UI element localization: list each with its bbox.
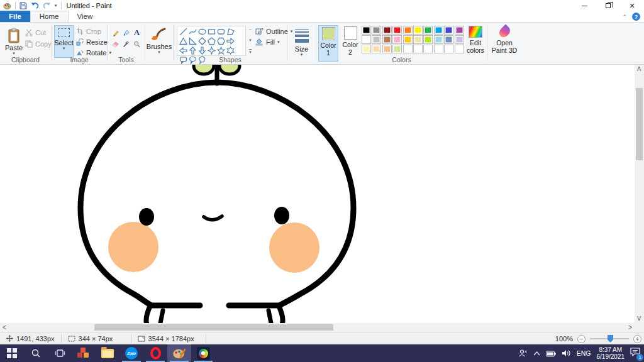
- shape-polygon[interactable]: [226, 27, 235, 36]
- redo-icon[interactable]: [43, 2, 51, 9]
- pencil-tool-button[interactable]: [112, 28, 119, 37]
- palette-swatch[interactable]: [392, 35, 402, 44]
- palette-swatch[interactable]: [423, 35, 433, 44]
- scroll-right-icon[interactable]: ᐳ: [626, 323, 635, 332]
- tab-view[interactable]: View: [69, 11, 102, 22]
- palette-swatch[interactable]: [455, 45, 464, 53]
- shapes-row-down-icon[interactable]: ▾: [249, 38, 252, 43]
- color-picker-tool-button[interactable]: [123, 40, 130, 48]
- palette-swatch[interactable]: [413, 45, 423, 53]
- palette-swatch[interactable]: [444, 26, 453, 35]
- palette-swatch[interactable]: [372, 35, 381, 44]
- shape-curve[interactable]: [188, 27, 197, 36]
- palette-swatch[interactable]: [444, 35, 453, 44]
- cut-button[interactable]: Cut: [25, 28, 52, 37]
- shape-right-triangle[interactable]: [188, 36, 197, 46]
- undo-icon[interactable]: [31, 2, 39, 9]
- fill-tool-button[interactable]: [123, 28, 130, 37]
- palette-swatch[interactable]: [403, 45, 413, 53]
- palette-swatch[interactable]: [392, 26, 402, 35]
- scroll-left-icon[interactable]: ᐸ: [0, 323, 9, 332]
- battery-icon[interactable]: [546, 350, 556, 357]
- palette-swatch[interactable]: [382, 26, 392, 35]
- horizontal-scrollbar[interactable]: ᐸ ᐳ: [0, 323, 635, 332]
- eraser-tool-button[interactable]: [112, 40, 119, 48]
- vertical-scrollbar[interactable]: ᐱ ᐯ: [635, 65, 644, 323]
- palette-swatch[interactable]: [434, 45, 443, 53]
- qat-dropdown-icon[interactable]: ▾: [55, 3, 57, 8]
- tab-home[interactable]: Home: [30, 11, 69, 22]
- taskbar-file-explorer-button[interactable]: [96, 344, 119, 362]
- zoom-in-button[interactable]: +: [633, 335, 641, 343]
- shape-line[interactable]: [179, 27, 188, 36]
- select-button[interactable]: Select ▾: [54, 25, 74, 58]
- taskbar-opera-button[interactable]: [143, 344, 167, 362]
- start-button[interactable]: [0, 344, 24, 362]
- language-indicator[interactable]: ENG: [577, 349, 591, 357]
- palette-swatch[interactable]: [413, 35, 423, 44]
- shapes-row-up-icon[interactable]: –: [249, 27, 252, 31]
- zoom-slider-thumb[interactable]: [608, 335, 613, 343]
- palette-swatch[interactable]: [382, 35, 392, 44]
- help-icon[interactable]: ?: [632, 13, 640, 21]
- shape-pentagon[interactable]: [207, 36, 216, 46]
- clock[interactable]: 8:37 AM 6/19/2021: [597, 346, 625, 360]
- taskbar-paint-button[interactable]: [167, 344, 191, 362]
- palette-swatch[interactable]: [434, 35, 443, 44]
- palette-swatch[interactable]: [382, 45, 392, 53]
- taskbar-search-button[interactable]: [24, 344, 48, 362]
- palette-swatch[interactable]: [423, 45, 433, 53]
- shape-diamond[interactable]: [197, 36, 207, 46]
- palette-swatch[interactable]: [403, 35, 413, 44]
- palette-swatch[interactable]: [434, 26, 443, 35]
- palette-swatch[interactable]: [392, 45, 402, 53]
- magnifier-tool-button[interactable]: [133, 40, 140, 48]
- palette-swatch[interactable]: [362, 35, 371, 44]
- zoom-out-button[interactable]: −: [577, 335, 586, 343]
- palette-swatch[interactable]: [362, 45, 371, 53]
- shape-down-arrow[interactable]: [197, 46, 207, 55]
- open-paint3d-button[interactable]: Open Paint 3D: [491, 26, 518, 54]
- scroll-up-icon[interactable]: ᐱ: [635, 65, 643, 74]
- shape-five-point-star[interactable]: [216, 46, 226, 55]
- horizontal-scroll-thumb[interactable]: [94, 324, 333, 331]
- shape-oval[interactable]: [197, 27, 207, 36]
- save-icon[interactable]: [19, 2, 27, 9]
- collapse-ribbon-icon[interactable]: ⌃: [622, 14, 627, 20]
- taskbar-coccoc-button[interactable]: [191, 344, 215, 362]
- crop-button[interactable]: Crop: [76, 26, 111, 36]
- palette-swatch[interactable]: [455, 26, 464, 35]
- palette-swatch[interactable]: [455, 35, 464, 44]
- people-tray-icon[interactable]: [518, 349, 528, 358]
- size-button[interactable]: Size ▾: [290, 26, 313, 62]
- close-button[interactable]: ✕: [620, 0, 644, 11]
- vertical-scroll-thumb[interactable]: [636, 88, 643, 160]
- text-tool-button[interactable]: A: [133, 28, 140, 37]
- chevron-up-icon[interactable]: [533, 351, 540, 356]
- taskbar-blocks-app-button[interactable]: [72, 344, 96, 362]
- copy-button[interactable]: Copy: [25, 39, 52, 48]
- paste-button[interactable]: Paste ▾: [4, 25, 23, 60]
- shape-right-arrow[interactable]: [226, 36, 235, 46]
- shape-hexagon[interactable]: [216, 36, 226, 46]
- resize-button[interactable]: Resize: [76, 37, 111, 47]
- shape-triangle[interactable]: [179, 36, 188, 46]
- scroll-down-icon[interactable]: ᐯ: [635, 314, 643, 323]
- palette-swatch[interactable]: [413, 26, 423, 35]
- tab-file[interactable]: File: [0, 11, 30, 22]
- notification-center-button[interactable]: 1: [630, 348, 640, 359]
- palette-swatch[interactable]: [372, 45, 381, 53]
- taskbar-zalo-button[interactable]: Zalo: [119, 344, 143, 362]
- palette-swatch[interactable]: [372, 26, 381, 35]
- shape-six-point-star[interactable]: [226, 46, 235, 55]
- speaker-icon[interactable]: [562, 349, 571, 357]
- canvas-area[interactable]: ᐱ ᐯ ᐸ ᐳ: [0, 65, 644, 332]
- drawing-canvas[interactable]: [0, 65, 635, 323]
- shape-up-arrow[interactable]: [188, 46, 197, 55]
- restore-button[interactable]: [596, 0, 620, 11]
- palette-swatch[interactable]: [423, 26, 433, 35]
- shape-four-point-star[interactable]: [207, 46, 216, 55]
- palette-swatch[interactable]: [403, 26, 413, 35]
- shape-left-arrow[interactable]: [179, 46, 188, 55]
- zoom-slider[interactable]: [590, 338, 629, 339]
